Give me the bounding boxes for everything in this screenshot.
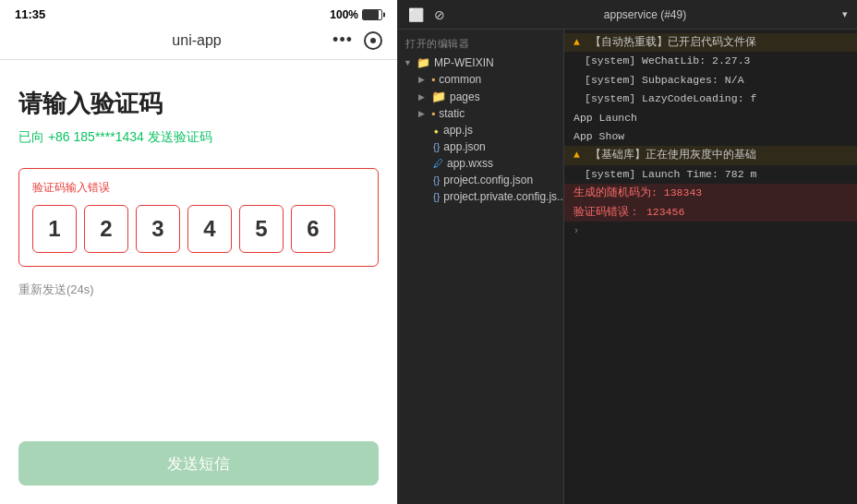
ide-top-bar: ⬜ ⊘ appservice (#49) ▾ (398, 0, 857, 30)
folder-icon-common: ▪ (431, 73, 435, 86)
otp-inputs[interactable]: 1 2 3 4 5 6 (32, 205, 365, 253)
tree-header: 打开的编辑器 (398, 33, 563, 54)
spacer (18, 326, 379, 441)
verify-phone: +86 185****1434 (48, 129, 144, 144)
console-line-appLaunch: App Launch (564, 109, 857, 127)
phone-simulator: 11:35 100% uni-app ••• 请输入验证码 已向 +86 185… (0, 0, 397, 504)
console-line-warning1: ▲ 【自动热重载】已开启代码文件保 (564, 33, 857, 52)
tree-item-label-static: static (439, 107, 465, 120)
console-text-wechatlib: [system] WeChatLib: 2.27.3 (585, 54, 750, 66)
tree-item-projectconfig[interactable]: {} project.config.json (398, 172, 563, 188)
tree-item-label-projectconfig: project.config.json (443, 174, 533, 186)
otp-box-3[interactable]: 3 (136, 205, 180, 253)
wxss-file-icon: 🖊 (433, 158, 443, 169)
app-title: uni-app (61, 32, 332, 49)
otp-container: 验证码输入错误 1 2 3 4 5 6 (18, 168, 379, 267)
warn-icon2: ▲ (573, 149, 580, 161)
tree-root: ▼ 📁 MP-WEIXIN (398, 54, 563, 71)
battery-icon (362, 9, 382, 20)
tree-item-common[interactable]: ▶ ▪ common (398, 71, 563, 88)
console-text-warning2: 【基础库】正在使用灰度中的基础 (590, 149, 756, 161)
status-right: 100% (330, 8, 382, 21)
ide-block-icon[interactable]: ⊘ (431, 6, 448, 23)
verify-title: 请输入验证码 (18, 88, 379, 120)
top-icons: ••• (332, 30, 382, 50)
expand-icon: ▼ (404, 58, 413, 67)
tree-item-appjs[interactable]: ⬥ app.js (398, 122, 563, 138)
status-time: 11:35 (15, 7, 45, 21)
folder-icon-static: ▪ (431, 107, 435, 120)
phone-status-bar: 11:35 100% (0, 0, 397, 25)
phone-content: 请输入验证码 已向 +86 185****1434 发送验证码 验证码输入错误 … (0, 60, 397, 504)
console-line-warning2: ▲ 【基础库】正在使用灰度中的基础 (564, 146, 857, 164)
console-text-launchtime: [system] Launch Time: 782 m (585, 168, 756, 180)
battery-percent: 100% (330, 8, 358, 21)
console-line-launchtime: [system] Launch Time: 782 m (564, 165, 857, 184)
ide-body: 打开的编辑器 ▼ 📁 MP-WEIXIN ▶ ▪ common ▶ 📁 page… (398, 30, 857, 504)
tree-item-pages[interactable]: ▶ 📁 pages (398, 88, 563, 105)
json-file-icon3: {} (433, 191, 440, 202)
console-content: ▲ 【自动热重载】已开启代码文件保 [system] WeChatLib: 2.… (564, 30, 857, 504)
console-text-subpkg: [system] Subpackages: N/A (585, 74, 744, 86)
console-arrow-icon: › (573, 226, 579, 236)
tree-item-label-projectprivate: project.private.config.js... (443, 190, 564, 203)
more-icon[interactable]: ••• (332, 30, 353, 50)
tree-item-static[interactable]: ▶ ▪ static (398, 105, 563, 122)
ide-panel-icon[interactable]: ⬜ (407, 6, 424, 23)
resend-text[interactable]: 重新发送(24s) (18, 282, 379, 298)
app-top-bar: uni-app ••• (0, 25, 397, 60)
file-tree: 打开的编辑器 ▼ 📁 MP-WEIXIN ▶ ▪ common ▶ 📁 page… (398, 30, 564, 504)
warn-icon: ▲ (573, 36, 580, 48)
console-line-lazy: [system] LazyCodeLoading: f (564, 90, 857, 108)
tree-item-label-pages: pages (450, 90, 480, 103)
otp-box-4[interactable]: 4 (187, 205, 232, 253)
console-line-subpkg: [system] Subpackages: N/A (564, 71, 857, 90)
ide-service-label: appservice (#49) (455, 8, 835, 21)
otp-error-label: 验证码输入错误 (32, 180, 365, 196)
target-icon[interactable] (364, 31, 382, 50)
otp-box-2[interactable]: 2 (84, 205, 128, 253)
tree-item-label-common: common (439, 73, 481, 86)
ide-dropdown-button[interactable]: ▾ (842, 8, 848, 20)
js-file-icon: ⬥ (433, 125, 440, 136)
tree-item-appjson[interactable]: {} app.json (398, 138, 563, 155)
otp-box-6[interactable]: 6 (291, 205, 335, 253)
tree-item-label-appwxss: app.wxss (447, 157, 493, 170)
json-file-icon2: {} (433, 174, 440, 186)
otp-box-1[interactable]: 1 (32, 205, 77, 253)
json-file-icon: {} (433, 141, 440, 152)
console-panel: ▲ 【自动热重载】已开启代码文件保 [system] WeChatLib: 2.… (564, 30, 857, 504)
console-line-random: 生成的随机码为: 138343 (564, 184, 857, 202)
tree-item-label-appjs: app.js (443, 124, 473, 137)
subtitle-prefix: 已向 (18, 129, 48, 144)
tree-root-label: MP-WEIXIN (434, 56, 494, 69)
subtitle-suffix: 发送验证码 (144, 129, 212, 144)
console-line-wechatlib: [system] WeChatLib: 2.27.3 (564, 52, 857, 70)
console-text-appLaunch: App Launch (573, 112, 637, 124)
console-text-appShow: App Show (573, 130, 624, 142)
console-line-appShow: App Show (564, 127, 857, 146)
expand-icon: ▶ (418, 92, 428, 102)
root-folder-icon: 📁 (416, 56, 430, 69)
console-text-random: 生成的随机码为: 138343 (573, 186, 702, 198)
otp-box-5[interactable]: 5 (239, 205, 284, 253)
console-line-verify-error: 验证码错误： 123456 (564, 203, 857, 222)
console-text-lazy: [system] LazyCodeLoading: f (585, 92, 756, 104)
tree-item-label-appjson: app.json (443, 140, 485, 153)
tree-item-projectprivate[interactable]: {} project.private.config.js... (398, 188, 563, 205)
dropdown-arrow-icon: ▾ (842, 8, 848, 20)
console-text-warning1: 【自动热重载】已开启代码文件保 (590, 36, 756, 48)
console-text-verify-error: 验证码错误： 123456 (573, 206, 684, 218)
expand-icon: ▶ (418, 109, 428, 118)
verify-subtitle: 已向 +86 185****1434 发送验证码 (18, 129, 379, 146)
tree-item-appwxss[interactable]: 🖊 app.wxss (398, 155, 563, 172)
ide-panel: ⬜ ⊘ appservice (#49) ▾ 打开的编辑器 ▼ 📁 MP-WEI… (397, 0, 857, 504)
folder-icon-pages: 📁 (431, 90, 446, 103)
battery-fill (363, 10, 379, 19)
console-line-arrow[interactable]: › (564, 222, 857, 240)
expand-icon: ▶ (418, 75, 428, 84)
send-sms-button[interactable]: 发送短信 (18, 441, 379, 486)
